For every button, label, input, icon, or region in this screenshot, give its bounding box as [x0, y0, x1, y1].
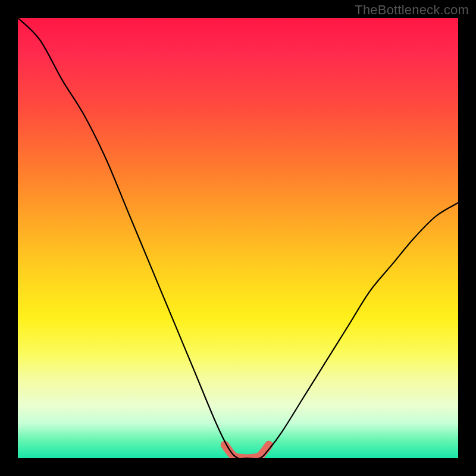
curve-layer	[18, 18, 458, 458]
plot-area	[18, 18, 458, 458]
bottleneck-curve	[18, 18, 458, 458]
chart-frame: TheBottleneck.com	[0, 0, 476, 476]
watermark-text: TheBottleneck.com	[355, 2, 469, 18]
